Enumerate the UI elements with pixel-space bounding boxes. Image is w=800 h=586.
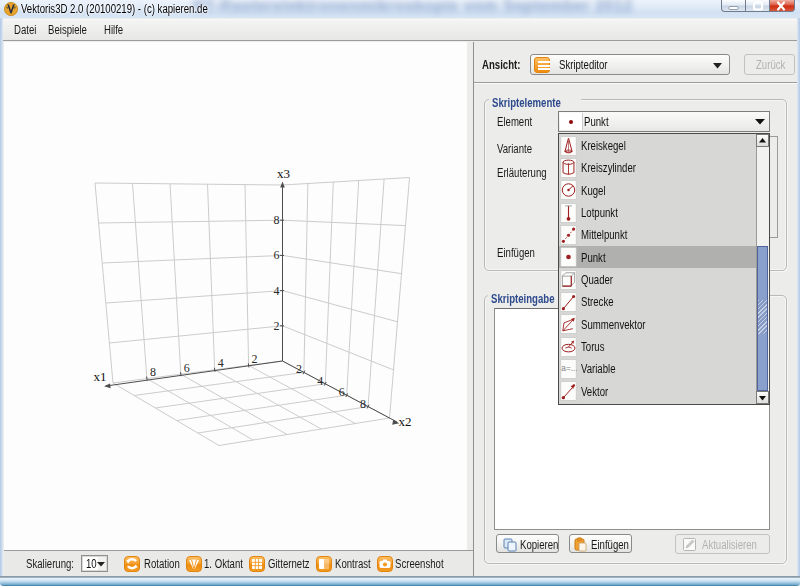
svg-text:2: 2 [274,319,280,333]
svg-text:x2: x2 [399,414,412,429]
svg-text:x3: x3 [277,166,290,181]
svg-text:x1: x1 [94,369,107,384]
svg-text:4: 4 [317,374,323,388]
svg-text:8: 8 [360,397,366,411]
svg-text:4: 4 [274,284,280,298]
svg-text:6: 6 [339,385,345,399]
svg-text:2: 2 [252,352,258,366]
svg-text:8: 8 [274,213,280,227]
svg-text:6: 6 [184,361,190,375]
svg-text:8: 8 [150,365,156,379]
svg-text:a=...: a=... [561,363,577,373]
svg-text:4: 4 [218,356,224,370]
svg-text:2: 2 [296,362,302,376]
svg-text:6: 6 [274,248,280,262]
